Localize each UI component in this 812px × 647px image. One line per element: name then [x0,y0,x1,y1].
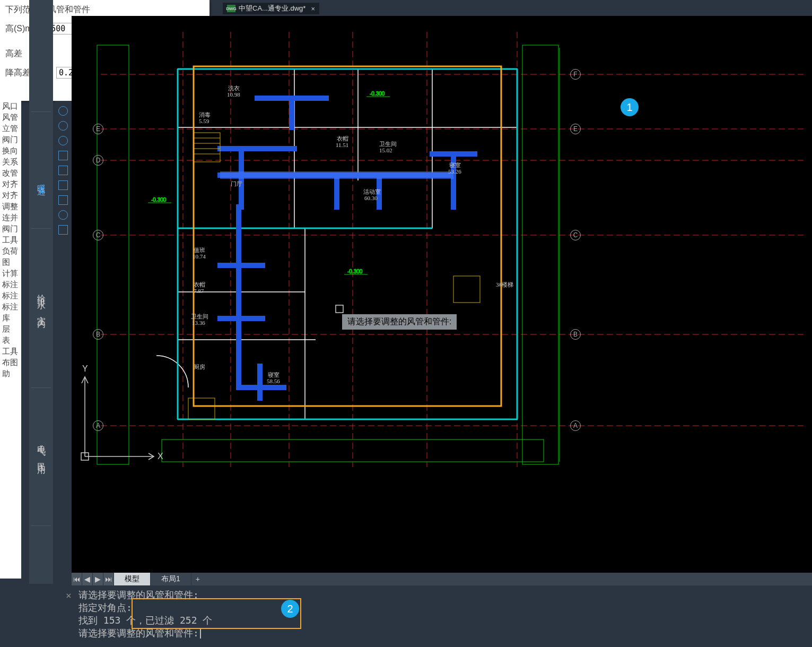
menu-item[interactable]: 对齐 [0,179,21,190]
menu-item[interactable]: 库 [0,313,21,324]
menu-item[interactable]: 风口 [0,101,21,112]
drawing-canvas[interactable]: X Y 洗衣10.98 消毒5.59 衣帽11.51 卫生间15.02 门厅 活… [72,16,812,573]
grid-label: C [93,230,103,240]
menu-item[interactable]: 表 [0,335,21,346]
console-close-icon[interactable]: × [66,590,72,601]
tab-layout1[interactable]: 布局1 [151,573,191,585]
discipline-tabs: 暖通 给排水(室内) 电气(民用) [29,0,53,584]
svg-text:10.74: 10.74 [193,253,206,260]
svg-text:58.56: 58.56 [267,378,280,384]
svg-rect-12 [97,45,129,464]
tab-prev-icon[interactable]: ◀ [82,573,93,585]
redo-icon[interactable] [58,151,68,160]
svg-text:53.26: 53.26 [448,168,461,175]
svg-text:洗衣: 洗衣 [228,85,240,91]
grid-label: E [93,124,103,134]
svg-text:X: X [158,452,163,461]
menu-item[interactable]: 标注 [0,301,21,313]
console-line: 指定对角点: [78,601,807,614]
orbit-icon[interactable] [58,106,68,116]
menu-item[interactable]: 关系 [0,157,21,168]
svg-text:10.98: 10.98 [227,91,240,98]
add-layout-icon[interactable]: + [191,573,204,585]
svg-text:3#楼梯: 3#楼梯 [496,281,513,288]
menu-item[interactable]: 图 [0,257,21,268]
svg-text:-0.300: -0.300 [151,197,167,203]
grid-label: D [93,155,103,166]
view-tool-strip [55,101,71,313]
svg-text:卫生间: 卫生间 [191,313,208,320]
menu-item[interactable]: 标注 [0,279,21,290]
rotate-icon[interactable] [58,136,68,145]
svg-text:11.51: 11.51 [336,142,348,148]
svg-rect-53 [336,305,343,313]
svg-text:Y: Y [82,364,88,373]
menu-item[interactable]: 助 [0,368,21,379]
menu-item[interactable]: 工具 [0,235,21,246]
menu-item[interactable]: 工具 [0,346,21,357]
command-console[interactable]: × 请选择要调整的风管和管件: 指定对角点: 找到 153 个，已过滤 252 … [64,585,812,647]
menu-item[interactable]: 立管 [0,123,21,134]
svg-rect-16 [178,69,517,419]
grid-label: B [570,329,581,340]
tab-model[interactable]: 模型 [114,573,151,585]
svg-rect-13 [522,45,558,464]
svg-text:5.59: 5.59 [199,118,209,124]
menu-item[interactable]: 阀门 [0,223,21,235]
menu-item[interactable]: 布图 [0,357,21,368]
left-command-menu: 风口 风管 立管 阀门 换向 关系 改管 对齐 对齐 调整 连并 阀门 工具 负… [0,101,21,579]
callout-marker-2: 2 [281,600,299,618]
cad-drawing: X Y 洗衣10.98 消毒5.59 衣帽11.51 卫生间15.02 门厅 活… [72,16,812,573]
tab-first-icon[interactable]: ⏮ [72,573,82,585]
grid-label: F [570,69,581,80]
menu-item[interactable]: 阀门 [0,134,21,145]
tab-next-icon[interactable]: ▶ [93,573,103,585]
svg-text:衣帽: 衣帽 [337,135,348,142]
menu-item[interactable]: 风管 [0,112,21,123]
menu-item[interactable]: 调整 [0,201,21,212]
grid-icon[interactable] [58,225,68,235]
zoom-icon[interactable] [58,166,68,175]
menu-item[interactable]: 改管 [0,168,21,179]
svg-text:60.30: 60.30 [364,195,378,201]
menu-item[interactable]: 换向 [0,145,21,157]
tab-electrical[interactable]: 电气(民用) [29,393,53,520]
svg-text:寝室: 寝室 [449,162,461,168]
grid-label: E [570,124,581,134]
svg-rect-51 [188,398,215,419]
svg-text:卫生间: 卫生间 [379,141,397,147]
menu-item[interactable]: 对齐 [0,190,21,201]
svg-text:消毒: 消毒 [199,111,211,118]
close-tab-icon[interactable]: × [311,5,315,13]
menu-item[interactable]: 计算 [0,268,21,279]
tab-last-icon[interactable]: ⏭ [103,573,114,585]
svg-text:值班: 值班 [194,247,205,253]
svg-rect-45 [194,133,220,162]
svg-text:7.87: 7.87 [194,288,204,294]
refresh-icon[interactable] [58,121,68,131]
target-icon[interactable] [58,210,68,220]
callout-marker-1: 1 [621,98,639,116]
svg-text:厨房: 厨房 [194,364,205,370]
svg-rect-50 [453,276,480,303]
dwg-icon: DWG [227,5,235,12]
document-tab[interactable]: DWG 中望CA...通专业.dwg* × [223,3,319,14]
layers-icon[interactable] [58,180,68,190]
selection-tooltip: 请选择要调整的风管和管件: [342,314,457,330]
layout-tabs: ⏮ ◀ ▶ ⏭ 模型 布局1 + [72,573,812,585]
menu-item[interactable]: 连并 [0,212,21,223]
menu-item[interactable]: 层 [0,324,21,335]
tab-plumbing[interactable]: 给排水(室内) [29,234,53,382]
svg-text:13.36: 13.36 [192,320,205,326]
rect-icon[interactable] [58,195,68,205]
menu-item[interactable]: 负荷 [0,246,21,257]
svg-text:-0.300: -0.300 [347,269,363,274]
console-line: 找到 153 个，已过滤 252 个 [78,614,807,627]
document-tabs: DWG 中望CA...通专业.dwg* × [212,0,812,16]
tab-hvac[interactable]: 暖通 [29,138,53,223]
console-line: 请选择要调整的风管和管件: [78,627,807,640]
svg-text:门厅: 门厅 [231,180,242,187]
console-line: 请选择要调整的风管和管件: [78,589,807,601]
svg-text:-0.300: -0.300 [370,91,385,97]
menu-item[interactable]: 标注 [0,290,21,301]
